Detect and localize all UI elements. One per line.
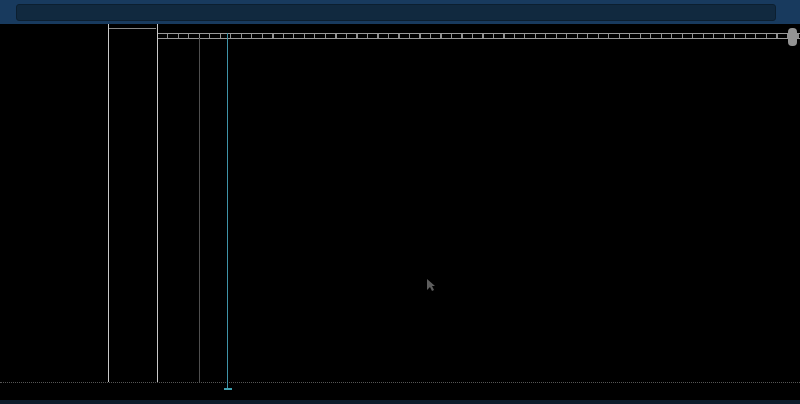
weather-timeseries-app [0,0,800,404]
sidebar-values-separator [108,24,109,382]
cursor-timestamp-tooltip [224,388,232,390]
values-column-header [109,27,156,29]
values-chart-separator [157,24,158,382]
toolbar [0,0,800,24]
waveform-canvas[interactable] [0,0,800,404]
vertical-scrollbar-thumb[interactable] [788,28,797,46]
primary-cursor-line[interactable] [227,33,228,389]
secondary-cursor-line[interactable] [199,38,200,382]
search-input[interactable] [16,4,776,21]
